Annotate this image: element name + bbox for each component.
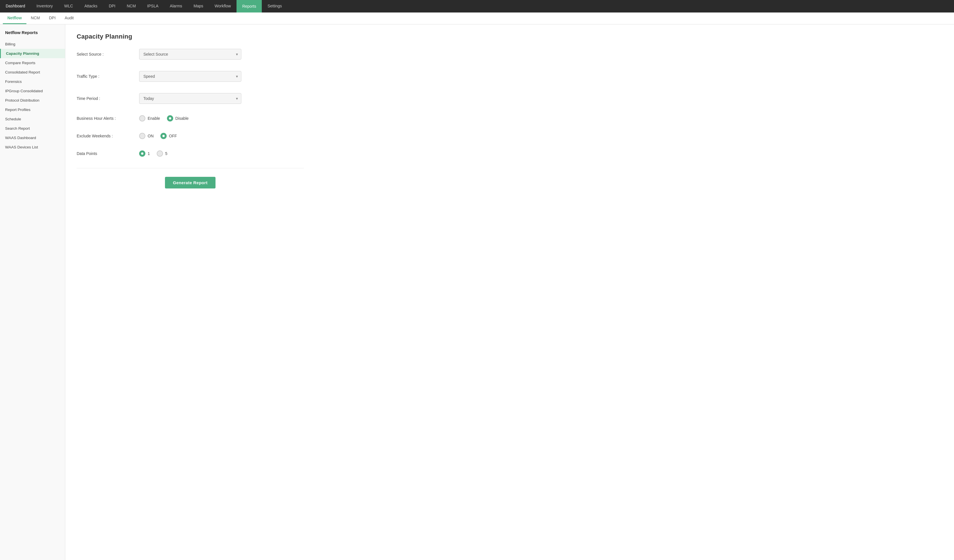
traffic-type-control: Speed Bandwidth Utilization	[139, 71, 304, 82]
business-hour-disable-label: Disable	[176, 116, 189, 121]
sidebar-item-search-report[interactable]: Search Report	[0, 124, 65, 133]
business-hour-enable-option[interactable]: Enable	[139, 115, 160, 121]
top-nav-item-ipsla[interactable]: IPSLA	[142, 0, 164, 12]
business-hour-radio-group: Enable Disable	[139, 115, 189, 121]
sub-nav-item-dpi[interactable]: DPI	[44, 12, 60, 24]
sidebar-item-report-profiles[interactable]: Report Profiles	[0, 105, 65, 114]
data-points-1-radio[interactable]	[139, 151, 145, 157]
sidebar-item-ipgroup-consolidated[interactable]: IPGroup Consolidated	[0, 86, 65, 96]
data-points-radio-group: 1 5	[139, 151, 167, 157]
top-nav-item-ncm[interactable]: NCM	[121, 0, 142, 12]
page-title: Capacity Planning	[76, 33, 943, 40]
top-nav-item-workflow[interactable]: Workflow	[209, 0, 237, 12]
time-period-label: Time Period :	[76, 96, 139, 101]
business-hour-enable-label: Enable	[148, 116, 160, 121]
exclude-weekends-off-option[interactable]: OFF	[161, 133, 177, 139]
data-points-5-option[interactable]: 5	[157, 151, 167, 157]
sub-nav-item-netflow[interactable]: Netflow	[3, 12, 26, 24]
business-hour-disable-radio[interactable]	[167, 115, 173, 121]
top-nav-item-settings[interactable]: Settings	[262, 0, 288, 12]
btn-row: Generate Report	[76, 177, 304, 188]
top-nav-item-reports[interactable]: Reports	[237, 0, 262, 12]
exclude-weekends-on-radio[interactable]	[139, 133, 145, 139]
generate-report-button[interactable]: Generate Report	[165, 177, 215, 188]
sidebar-item-forensics[interactable]: Forensics	[0, 77, 65, 86]
sidebar-item-consolidated-report[interactable]: Consolidated Report	[0, 68, 65, 77]
form-row-select-source: Select Source : Select Source	[76, 49, 304, 62]
form-row-data-points: Data Points 1 5	[76, 151, 304, 160]
top-nav-item-dashboard[interactable]: Dashboard	[0, 0, 31, 12]
form-divider	[76, 168, 304, 168]
form-row-exclude-weekends: Exclude Weekends : ON OFF	[76, 133, 304, 142]
sub-nav-item-audit[interactable]: Audit	[60, 12, 78, 24]
traffic-type-wrapper: Speed Bandwidth Utilization	[139, 71, 242, 82]
select-source-wrapper: Select Source	[139, 49, 242, 60]
form-row-time-period: Time Period : Today Yesterday Last 7 Day…	[76, 93, 304, 107]
sidebar-item-protocol-distribution[interactable]: Protocol Distribution	[0, 96, 65, 105]
sidebar: Netflow Reports BillingCapacity Planning…	[0, 25, 65, 560]
sidebar-item-billing[interactable]: Billing	[0, 39, 65, 49]
exclude-weekends-off-radio[interactable]	[161, 133, 167, 139]
data-points-1-label: 1	[148, 151, 150, 156]
business-hour-label: Business Hour Alerts :	[76, 116, 139, 121]
sidebar-item-waas-devices-list[interactable]: WAAS Devices List	[0, 143, 65, 152]
exclude-weekends-label: Exclude Weekends :	[76, 134, 139, 138]
top-nav-item-alarms[interactable]: Alarms	[164, 0, 188, 12]
form-row-business-hour: Business Hour Alerts : Enable Disable	[76, 115, 304, 124]
layout: Netflow Reports BillingCapacity Planning…	[0, 25, 954, 560]
select-source-dropdown[interactable]: Select Source	[139, 49, 242, 60]
form-section: Select Source : Select Source Traffic Ty…	[76, 49, 304, 188]
business-hour-control: Enable Disable	[139, 115, 304, 121]
main-content: Capacity Planning Select Source : Select…	[65, 25, 954, 560]
data-points-label: Data Points	[76, 151, 139, 156]
top-nav-item-dpi[interactable]: DPI	[103, 0, 121, 12]
data-points-1-option[interactable]: 1	[139, 151, 150, 157]
time-period-wrapper: Today Yesterday Last 7 Days Last 30 Days	[139, 93, 242, 104]
sidebar-item-schedule[interactable]: Schedule	[0, 114, 65, 124]
sidebar-title: Netflow Reports	[0, 30, 65, 39]
sub-nav: NetflowNCMDPIAudit	[0, 12, 954, 25]
sidebar-item-compare-reports[interactable]: Compare Reports	[0, 58, 65, 68]
exclude-weekends-on-label: ON	[148, 134, 154, 138]
select-source-label: Select Source :	[76, 52, 139, 56]
time-period-dropdown[interactable]: Today Yesterday Last 7 Days Last 30 Days	[139, 93, 242, 104]
form-row-traffic-type: Traffic Type : Speed Bandwidth Utilizati…	[76, 71, 304, 85]
select-source-control: Select Source	[139, 49, 304, 60]
top-nav: DashboardInventoryWLCAttacksDPINCMIPSLAA…	[0, 0, 954, 12]
top-nav-item-attacks[interactable]: Attacks	[79, 0, 103, 12]
top-nav-item-wlc[interactable]: WLC	[58, 0, 79, 12]
traffic-type-label: Traffic Type :	[76, 74, 139, 79]
data-points-5-label: 5	[165, 151, 167, 156]
sidebar-item-waas-dashboard[interactable]: WAAS Dashboard	[0, 133, 65, 143]
business-hour-enable-radio[interactable]	[139, 115, 145, 121]
sub-nav-item-ncm[interactable]: NCM	[26, 12, 45, 24]
business-hour-disable-option[interactable]: Disable	[167, 115, 189, 121]
exclude-weekends-off-label: OFF	[169, 134, 177, 138]
data-points-control: 1 5	[139, 151, 304, 157]
exclude-weekends-radio-group: ON OFF	[139, 133, 177, 139]
exclude-weekends-on-option[interactable]: ON	[139, 133, 154, 139]
data-points-5-radio[interactable]	[157, 151, 163, 157]
exclude-weekends-control: ON OFF	[139, 133, 304, 139]
traffic-type-dropdown[interactable]: Speed Bandwidth Utilization	[139, 71, 242, 82]
top-nav-item-maps[interactable]: Maps	[188, 0, 209, 12]
top-nav-item-inventory[interactable]: Inventory	[31, 0, 59, 12]
time-period-control: Today Yesterday Last 7 Days Last 30 Days	[139, 93, 304, 104]
sidebar-item-capacity-planning[interactable]: Capacity Planning	[0, 49, 65, 58]
